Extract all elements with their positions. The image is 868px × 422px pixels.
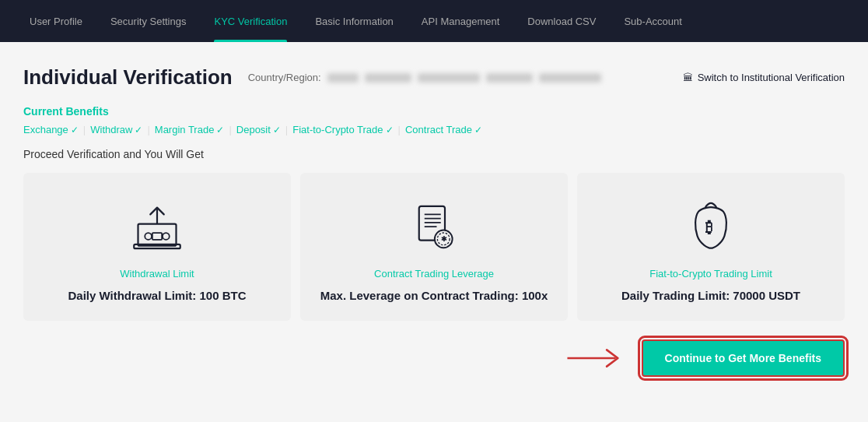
nav-item-api-management[interactable]: API Management [408, 0, 513, 42]
page-title: Individual Verification [23, 65, 233, 90]
svg-text:₿: ₿ [705, 220, 712, 236]
current-benefits-title: Current Benefits [23, 105, 845, 118]
margin-trade-label: Margin Trade [155, 124, 215, 135]
fiat-trading-subtitle: Fiat-to-Crypto Trading Limit [649, 268, 772, 280]
deposit-check: ✓ [273, 125, 281, 135]
svg-point-4 [163, 233, 170, 240]
withdraw-check: ✓ [135, 125, 142, 135]
country-value-2 [365, 73, 411, 83]
header-row: Individual Verification Country/Region: … [23, 65, 845, 90]
withdrawal-subtitle: Withdrawal Limit [120, 268, 194, 280]
benefit-exchange: Exchange ✓ [23, 124, 79, 135]
svg-rect-5 [152, 233, 162, 240]
arrow-container [564, 343, 626, 374]
header-left: Individual Verification Country/Region: [23, 65, 601, 90]
svg-rect-0 [138, 224, 177, 246]
card-fiat-trading: ₿ Fiat-to-Crypto Trading Limit Daily Tra… [577, 173, 845, 321]
cards-row: Withdrawal Limit Daily Withdrawal Limit:… [23, 173, 845, 321]
benefit-deposit: Deposit ✓ [236, 124, 281, 135]
arrow-icon [564, 343, 626, 374]
country-label: Country/Region: [248, 72, 321, 83]
benefit-withdraw: Withdraw ✓ [90, 124, 142, 135]
svg-point-3 [145, 233, 152, 240]
withdrawal-icon [126, 196, 188, 258]
switch-link-label: Switch to Institutional Verification [698, 72, 845, 83]
bank-icon: 🏛 [683, 72, 693, 83]
deposit-label: Deposit [236, 124, 271, 135]
bottom-row: Continue to Get More Benefits [23, 336, 845, 377]
exchange-check: ✓ [71, 125, 79, 135]
nav-item-user-profile[interactable]: User Profile [16, 0, 96, 42]
bitcoin-bag-icon: ₿ [680, 196, 742, 258]
main-content: Individual Verification Country/Region: … [0, 42, 868, 392]
country-value-3 [418, 73, 480, 83]
nav-item-sub-account[interactable]: Sub-Account [610, 0, 695, 42]
margin-trade-check: ✓ [216, 125, 224, 135]
benefits-row: Exchange ✓ | Withdraw ✓ | Margin Trade ✓… [23, 124, 845, 135]
country-region: Country/Region: [248, 72, 601, 83]
benefit-contract: Contract Trade ✓ [405, 124, 482, 135]
contract-value: Max. Leverage on Contract Trading: 100x [320, 289, 548, 302]
withdraw-label: Withdraw [90, 124, 132, 135]
country-value-4 [486, 73, 533, 83]
nav-bar: User Profile Security Settings KYC Verif… [0, 0, 868, 42]
fiat-check: ✓ [386, 125, 394, 135]
fiat-trading-value: Daily Trading Limit: 70000 USDT [621, 289, 800, 302]
benefit-fiat: Fiat-to-Crypto Trade ✓ [292, 124, 393, 135]
nav-item-kyc-verification[interactable]: KYC Verification [200, 0, 301, 42]
svg-text:✱: ✱ [441, 235, 447, 243]
card-contract-leverage: ✱ Contract Trading Leverage Max. Leverag… [300, 173, 568, 321]
contract-trade-label: Contract Trade [405, 124, 472, 135]
contract-icon: ✱ [403, 196, 465, 258]
contract-subtitle: Contract Trading Leverage [374, 268, 494, 280]
nav-item-security-settings[interactable]: Security Settings [96, 0, 201, 42]
continue-button[interactable]: Continue to Get More Benefits [642, 339, 845, 377]
country-value-5 [539, 73, 601, 83]
switch-institutional-link[interactable]: 🏛 Switch to Institutional Verification [683, 72, 845, 83]
nav-item-basic-information[interactable]: Basic Information [301, 0, 407, 42]
exchange-label: Exchange [23, 124, 68, 135]
benefit-margin-trade: Margin Trade ✓ [155, 124, 225, 135]
country-value-1 [327, 73, 359, 83]
proceed-title: Proceed Verification and You Will Get [23, 148, 845, 160]
withdrawal-value: Daily Withdrawal Limit: 100 BTC [68, 289, 246, 302]
fiat-label: Fiat-to-Crypto Trade [292, 124, 383, 135]
nav-item-download-csv[interactable]: Download CSV [513, 0, 610, 42]
card-withdrawal-limit: Withdrawal Limit Daily Withdrawal Limit:… [23, 173, 291, 321]
contract-trade-check: ✓ [474, 125, 482, 135]
